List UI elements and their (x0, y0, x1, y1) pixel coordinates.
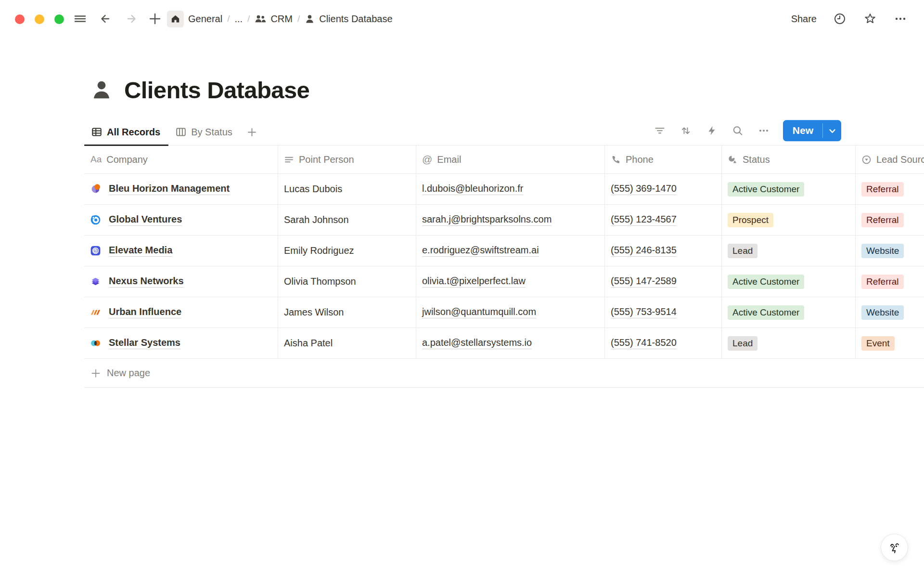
filter-button[interactable] (653, 124, 667, 137)
company-cell[interactable]: Global Ventures (84, 205, 278, 235)
phone-link[interactable]: (555) 147-2589 (611, 276, 677, 288)
page-title[interactable]: Clients Database (124, 76, 309, 105)
view-tabs: All Records By Status (84, 119, 259, 145)
lead-source-cell[interactable]: Event (856, 328, 924, 358)
lead-source-tag: Event (861, 336, 895, 351)
point-person-cell[interactable]: Lucas Dubois (278, 174, 416, 204)
phone-link[interactable]: (555) 246-8135 (611, 245, 677, 257)
status-cell[interactable]: Active Customer (722, 174, 856, 204)
new-page-row[interactable]: New page (84, 359, 924, 388)
column-header-lead-source[interactable]: Lead Source (856, 145, 924, 173)
column-header-point-person[interactable]: Point Person (278, 145, 416, 173)
column-label: Company (106, 154, 148, 165)
text-property-icon (284, 155, 294, 165)
lead-source-cell[interactable]: Referral (856, 205, 924, 235)
phone-link[interactable]: (555) 753-9514 (611, 306, 677, 318)
column-label: Email (437, 154, 461, 165)
new-button[interactable]: New (783, 120, 822, 141)
add-view-button[interactable] (244, 125, 259, 140)
point-person-cell[interactable]: Emily Rodriguez (278, 236, 416, 266)
phone-link[interactable]: (555) 741-8520 (611, 337, 677, 349)
table-header-row: Aa Company Point Person @ Email (84, 145, 924, 174)
email-cell[interactable]: jwilson@quantumquill.com (416, 297, 605, 328)
email-link[interactable]: sarah.j@brightsparksolns.com (422, 214, 552, 226)
traffic-lights (15, 14, 64, 24)
point-person-cell[interactable]: Aisha Patel (278, 328, 416, 358)
phone-cell[interactable]: (555) 123-4567 (605, 205, 722, 235)
phone-cell[interactable]: (555) 753-9514 (605, 297, 722, 328)
status-cell[interactable]: Lead (722, 328, 856, 358)
new-record-button-group: New (783, 120, 841, 141)
lead-source-cell[interactable]: Referral (856, 266, 924, 297)
point-person-cell[interactable]: Olivia Thompson (278, 266, 416, 297)
tab-all-records[interactable]: All Records (84, 119, 168, 145)
lead-source-tag: Referral (861, 213, 904, 227)
status-tag: Active Customer (728, 275, 804, 289)
email-cell[interactable]: e.rodriguez@swiftstream.ai (416, 236, 605, 266)
company-cell[interactable]: Urban Influence (84, 297, 278, 328)
phone-link[interactable]: (555) 123-4567 (611, 214, 677, 226)
phone-cell[interactable]: (555) 147-2589 (605, 266, 722, 297)
database-table: Aa Company Point Person @ Email (84, 145, 924, 388)
tab-by-status[interactable]: By Status (168, 119, 241, 145)
column-header-phone[interactable]: Phone (605, 145, 722, 173)
email-cell[interactable]: olivia.t@pixelperfect.law (416, 266, 605, 297)
status-cell[interactable]: Lead (722, 236, 856, 266)
sort-icon (680, 125, 692, 136)
table-row: Nexus Networks Olivia Thompson olivia.t@… (84, 266, 924, 297)
select-property-icon (861, 155, 872, 165)
company-cell[interactable]: Stellar Systems (84, 328, 278, 358)
phone-cell[interactable]: (555) 369-1470 (605, 174, 722, 204)
notion-ai-button[interactable] (881, 534, 908, 561)
view-more-button[interactable] (757, 124, 770, 137)
board-view-icon (176, 127, 186, 137)
new-page-label: New page (107, 368, 150, 379)
email-link[interactable]: jwilson@quantumquill.com (422, 306, 536, 318)
email-cell[interactable]: a.patel@stellarsystems.io (416, 328, 605, 358)
email-cell[interactable]: sarah.j@brightsparksolns.com (416, 205, 605, 235)
email-link[interactable]: olivia.t@pixelperfect.law (422, 276, 526, 288)
automation-button[interactable] (705, 124, 719, 137)
company-cell[interactable]: Bleu Horizon Management (84, 174, 278, 204)
email-cell[interactable]: l.dubois@bleuhorizon.fr (416, 174, 605, 204)
lead-source-cell[interactable]: Website (856, 297, 924, 328)
column-header-email[interactable]: @ Email (416, 145, 605, 173)
point-person-cell[interactable]: Sarah Johnson (278, 205, 416, 235)
column-header-company[interactable]: Aa Company (84, 145, 278, 173)
email-link[interactable]: a.patel@stellarsystems.io (422, 337, 532, 349)
point-person: Aisha Patel (284, 338, 333, 349)
column-header-status[interactable]: Status (722, 145, 856, 173)
phone-cell[interactable]: (555) 246-8135 (605, 236, 722, 266)
zoom-window-button[interactable] (54, 14, 64, 24)
point-person-cell[interactable]: James Wilson (278, 297, 416, 328)
table-row: Urban Influence James Wilson jwilson@qua… (84, 297, 924, 328)
page-person-icon[interactable] (90, 79, 113, 101)
lead-source-cell[interactable]: Referral (856, 174, 924, 204)
status-property-icon (728, 155, 738, 165)
search-view-button[interactable] (731, 124, 744, 137)
status-cell[interactable]: Prospect (722, 205, 856, 235)
status-cell[interactable]: Active Customer (722, 297, 856, 328)
new-button-dropdown[interactable] (823, 120, 841, 141)
lead-source-cell[interactable]: Website (856, 236, 924, 266)
company-cell[interactable]: Nexus Networks (84, 266, 278, 297)
email-link[interactable]: e.rodriguez@swiftstream.ai (422, 245, 539, 257)
table-view-icon (91, 127, 102, 137)
lightning-icon (706, 125, 718, 136)
close-window-button[interactable] (15, 14, 25, 24)
table-row: Global Ventures Sarah Johnson sarah.j@br… (84, 205, 924, 236)
table-row: Elevate Media Emily Rodriguez e.rodrigue… (84, 236, 924, 266)
company-cell[interactable]: Elevate Media (84, 236, 278, 266)
point-person: Lucas Dubois (284, 184, 342, 195)
minimize-window-button[interactable] (35, 14, 44, 24)
view-toolbar: New (653, 120, 841, 141)
chevron-down-icon (828, 127, 836, 135)
company-name: Elevate Media (109, 245, 172, 257)
status-cell[interactable]: Active Customer (722, 266, 856, 297)
company-logo-icon (90, 184, 101, 194)
sort-button[interactable] (679, 124, 693, 137)
notion-window: General / ... / CRM / (0, 0, 924, 578)
phone-cell[interactable]: (555) 741-8520 (605, 328, 722, 358)
email-link[interactable]: l.dubois@bleuhorizon.fr (422, 183, 523, 195)
phone-link[interactable]: (555) 369-1470 (611, 183, 677, 195)
